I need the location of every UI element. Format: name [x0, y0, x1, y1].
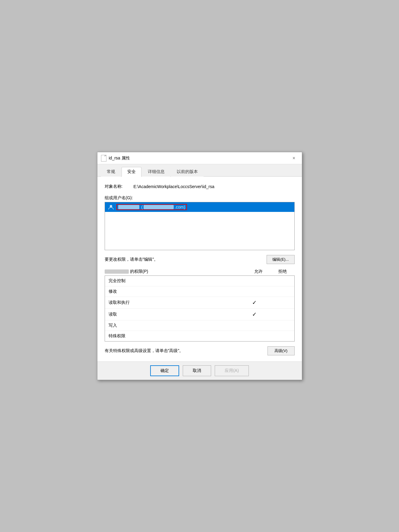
perm-row-full-control: 完全控制	[105, 276, 294, 286]
file-icon	[101, 155, 106, 162]
perm-col-deny-header: 拒绝	[271, 269, 295, 274]
window-title: id_rsa 属性	[109, 156, 130, 161]
close-button[interactable]: ×	[290, 154, 298, 162]
object-name-row: 对象名称: E:\AcademicWorkplace\LoccsServer\i…	[105, 183, 295, 190]
perm-allow-read: ✓	[242, 311, 267, 318]
edit-row: 要更改权限，请单击"编辑"。 编辑(E)...	[105, 255, 295, 264]
edit-hint: 要更改权限，请单击"编辑"。	[105, 257, 158, 262]
title-bar-left: id_rsa 属性	[101, 155, 130, 162]
title-bar: id_rsa 属性 ×	[97, 152, 302, 164]
perm-name-read: 读取	[109, 312, 242, 317]
object-path: E:\AcademicWorkplace\LoccsServer\id_rsa	[134, 184, 214, 189]
cancel-button[interactable]: 取消	[183, 365, 211, 376]
perm-name-modify: 修改	[109, 289, 242, 294]
tab-details[interactable]: 详细信息	[142, 167, 170, 177]
perm-table: 完全控制 修改 读取和执行 ✓ 读取 ✓	[105, 275, 295, 342]
tabs-bar: 常规 安全 详细信息 以前的版本	[97, 164, 302, 177]
perm-title-suffix: 的权限(P)	[130, 269, 148, 274]
dialog-content: 对象名称: E:\AcademicWorkplace\LoccsServer\i…	[97, 177, 302, 361]
edit-button[interactable]: 编辑(E)...	[267, 255, 294, 264]
perm-col-allow-header: 允许	[246, 269, 271, 274]
group-users-section: 组或用户名(G): ( .com)	[105, 195, 295, 250]
object-name-label: 对象名称:	[105, 184, 129, 189]
group-users-label: 组或用户名(G):	[105, 195, 295, 201]
apply-button[interactable]: 应用(A)	[215, 365, 249, 376]
user-list-item[interactable]: ( .com)	[105, 202, 294, 212]
tab-general[interactable]: 常规	[101, 167, 121, 177]
perm-name-read-execute: 读取和执行	[109, 300, 242, 305]
selected-user-name: ( .com)	[116, 204, 187, 210]
user-icon	[108, 204, 114, 210]
dialog-footer: 确定 取消 应用(A)	[97, 361, 302, 380]
perm-row-write: 写入	[105, 320, 294, 331]
dialog-window: id_rsa 属性 × 常规 安全 详细信息 以前的版本 对象名称: E:\Ac…	[97, 152, 302, 380]
advanced-button[interactable]: 高级(V)	[268, 346, 295, 355]
svg-point-0	[110, 205, 112, 207]
perm-row-modify: 修改	[105, 286, 294, 297]
perm-row-read: 读取 ✓	[105, 309, 294, 320]
confirm-button[interactable]: 确定	[150, 365, 179, 376]
permissions-section: 的权限(P) 允许 拒绝 完全控制 修改 读取和执行 ✓	[105, 269, 295, 342]
perm-user-redacted	[105, 269, 129, 274]
perm-name-write: 写入	[109, 323, 242, 328]
perm-name-special: 特殊权限	[109, 333, 242, 339]
advanced-hint: 有关特殊权限或高级设置，请单击"高级"。	[105, 348, 184, 354]
perm-title: 的权限(P)	[105, 269, 246, 274]
perm-row-read-execute: 读取和执行 ✓	[105, 297, 294, 309]
advanced-row: 有关特殊权限或高级设置，请单击"高级"。 高级(V)	[105, 346, 295, 355]
perm-header-row: 的权限(P) 允许 拒绝	[105, 269, 295, 274]
user-list-box[interactable]: ( .com)	[105, 202, 295, 250]
perm-allow-read-execute: ✓	[242, 299, 267, 306]
perm-name-full-control: 完全控制	[109, 278, 242, 284]
tab-security[interactable]: 安全	[122, 167, 141, 177]
tab-previous-versions[interactable]: 以前的版本	[171, 167, 204, 177]
perm-row-special: 特殊权限	[105, 331, 294, 341]
